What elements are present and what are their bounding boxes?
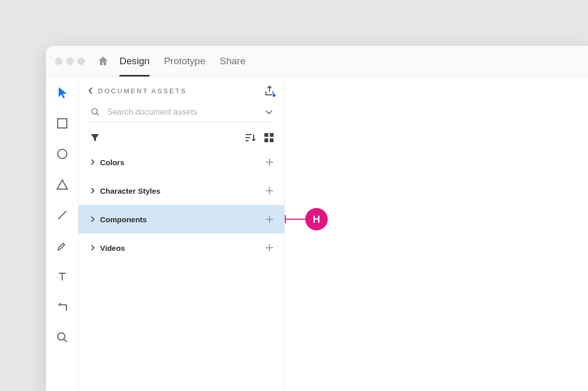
svg-rect-0 bbox=[58, 119, 67, 128]
pointer-icon bbox=[58, 87, 67, 98]
filter-icon bbox=[90, 133, 100, 143]
back-button[interactable] bbox=[88, 87, 94, 95]
panel-title: DOCUMENT ASSETS bbox=[98, 87, 187, 95]
canvas[interactable]: H bbox=[285, 77, 588, 391]
artboard-tool[interactable] bbox=[56, 300, 69, 314]
text-icon bbox=[57, 271, 67, 281]
callout-bubble: H bbox=[305, 208, 328, 230]
search-icon bbox=[91, 108, 100, 117]
tab-prototype[interactable]: Prototype bbox=[164, 46, 205, 76]
plus-icon bbox=[265, 243, 274, 252]
add-button[interactable] bbox=[265, 215, 274, 224]
ellipse-tool[interactable] bbox=[56, 147, 69, 161]
chevron-right-icon bbox=[90, 244, 95, 251]
publish-button[interactable] bbox=[264, 85, 275, 96]
category-row[interactable]: Character Styles bbox=[79, 176, 284, 205]
svg-point-5 bbox=[92, 109, 97, 114]
chevron-left-icon bbox=[88, 87, 94, 95]
search-row bbox=[88, 105, 275, 122]
category-row[interactable]: Videos bbox=[79, 233, 284, 262]
home-button[interactable] bbox=[96, 55, 110, 67]
category-label: Colors bbox=[100, 158, 125, 167]
rectangle-icon bbox=[57, 118, 68, 129]
svg-rect-10 bbox=[270, 139, 274, 143]
filter-button[interactable] bbox=[90, 133, 100, 143]
pen-icon bbox=[57, 240, 68, 251]
svg-line-4 bbox=[64, 339, 67, 342]
sort-button[interactable] bbox=[244, 133, 256, 143]
plus-icon bbox=[265, 158, 274, 167]
filter-row bbox=[79, 122, 284, 148]
category-row[interactable]: Components bbox=[79, 205, 284, 233]
status-dot-icon bbox=[272, 93, 276, 97]
maximize-window-button[interactable] bbox=[78, 58, 85, 65]
window-controls bbox=[55, 58, 85, 65]
category-label: Components bbox=[100, 215, 147, 224]
plus-icon bbox=[265, 215, 274, 224]
plus-icon bbox=[265, 186, 274, 195]
triangle-icon bbox=[56, 179, 68, 190]
zoom-tool[interactable] bbox=[56, 331, 69, 344]
category-row[interactable]: Colors bbox=[79, 148, 284, 176]
sort-icon bbox=[244, 133, 256, 143]
add-button[interactable] bbox=[265, 158, 274, 167]
tab-design[interactable]: Design bbox=[119, 46, 150, 76]
category-list: ColorsCharacter StylesComponentsVideos bbox=[79, 148, 284, 262]
pen-tool[interactable] bbox=[56, 239, 69, 252]
titlebar: Design Prototype Share bbox=[46, 46, 588, 76]
add-button[interactable] bbox=[265, 186, 274, 195]
minimize-window-button[interactable] bbox=[66, 58, 74, 65]
grid-icon bbox=[264, 133, 274, 143]
content-area: DOCUMENT ASSETS bbox=[46, 76, 588, 391]
rectangle-tool[interactable] bbox=[56, 117, 69, 130]
search-dropdown-button[interactable] bbox=[265, 109, 275, 115]
svg-line-2 bbox=[58, 211, 66, 219]
tab-share[interactable]: Share bbox=[219, 46, 246, 76]
category-label: Character Styles bbox=[100, 187, 160, 195]
svg-rect-8 bbox=[270, 133, 274, 137]
line-icon bbox=[57, 210, 68, 221]
chevron-right-icon bbox=[90, 187, 95, 194]
chevron-down-icon bbox=[265, 109, 273, 115]
line-tool[interactable] bbox=[56, 208, 69, 222]
ellipse-icon bbox=[57, 148, 68, 160]
text-tool[interactable] bbox=[56, 270, 69, 283]
artboard-icon bbox=[57, 301, 68, 312]
close-window-button[interactable] bbox=[55, 58, 62, 65]
svg-rect-7 bbox=[264, 133, 268, 137]
svg-rect-9 bbox=[264, 139, 268, 143]
chevron-right-icon bbox=[90, 216, 95, 223]
home-icon bbox=[97, 55, 109, 67]
add-button[interactable] bbox=[265, 243, 274, 252]
svg-point-3 bbox=[58, 333, 65, 340]
app-window: Design Prototype Share bbox=[46, 46, 588, 391]
polygon-tool[interactable] bbox=[56, 178, 69, 191]
magnifier-icon bbox=[57, 332, 68, 343]
search-input[interactable] bbox=[107, 108, 258, 117]
chevron-right-icon bbox=[90, 159, 95, 166]
annotation-callout: H bbox=[285, 208, 328, 230]
category-label: Videos bbox=[100, 244, 125, 252]
callout-stem bbox=[285, 219, 306, 220]
panel-header: DOCUMENT ASSETS bbox=[79, 77, 284, 99]
mode-tabs: Design Prototype Share bbox=[119, 46, 246, 76]
assets-panel: DOCUMENT ASSETS bbox=[79, 77, 285, 391]
tool-rail bbox=[46, 77, 79, 391]
grid-view-button[interactable] bbox=[264, 133, 274, 143]
svg-point-1 bbox=[58, 149, 67, 159]
select-tool[interactable] bbox=[56, 86, 69, 99]
svg-line-6 bbox=[96, 113, 99, 115]
